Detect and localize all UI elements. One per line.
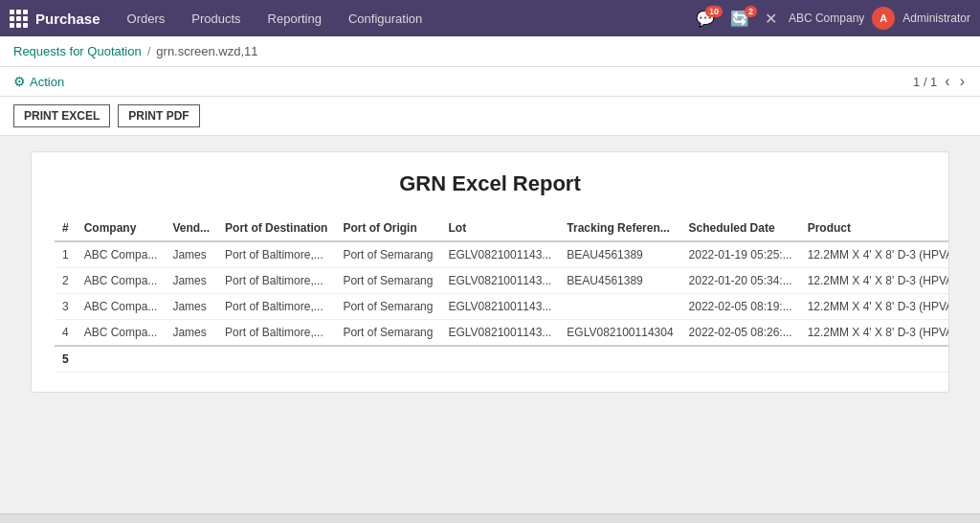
col-port-dest: Port of Destination bbox=[217, 216, 335, 241]
avatar[interactable]: A bbox=[872, 7, 895, 30]
cell-4: Port of Semarang bbox=[335, 268, 440, 294]
table-header-row: # Company Vend... Port of Destination Po… bbox=[55, 216, 949, 241]
main-content: GRN Excel Report # Company Vend... Port … bbox=[0, 136, 980, 513]
cell-4: Port of Semarang bbox=[335, 320, 440, 347]
total-cell-5 bbox=[440, 346, 559, 373]
table-row: 4ABC Compa...JamesPort of Baltimore,...P… bbox=[55, 320, 949, 347]
col-port-origin: Port of Origin bbox=[335, 216, 440, 241]
cell-3: Port of Baltimore,... bbox=[217, 268, 335, 294]
chat-icon[interactable]: 💬 10 bbox=[692, 10, 719, 28]
print-excel-button[interactable]: PRINT EXCEL bbox=[13, 104, 110, 127]
cell-0: 3 bbox=[55, 294, 77, 320]
table-row: 3ABC Compa...JamesPort of Baltimore,...P… bbox=[55, 294, 949, 320]
company-name: ABC Company bbox=[789, 11, 864, 25]
cell-7: 2022-02-05 08:26:... bbox=[681, 320, 800, 347]
col-lot: Lot bbox=[440, 216, 559, 241]
navbar-right: 💬 10 🔄 2 ✕ ABC Company A Administrator bbox=[692, 7, 970, 30]
brand[interactable]: Purchase bbox=[10, 10, 100, 28]
action-label: Action bbox=[30, 75, 64, 89]
next-page-button[interactable]: › bbox=[958, 73, 967, 90]
col-product: Product bbox=[800, 216, 949, 241]
col-scheduled-date: Scheduled Date bbox=[681, 216, 800, 241]
nav-products[interactable]: Products bbox=[180, 0, 252, 36]
total-cell-7 bbox=[681, 346, 800, 373]
report-card: GRN Excel Report # Company Vend... Port … bbox=[31, 151, 949, 393]
nav-orders[interactable]: Orders bbox=[116, 0, 177, 36]
cell-0: 4 bbox=[55, 320, 77, 347]
refresh-badge: 2 bbox=[745, 6, 757, 17]
col-tracking: Tracking Referen... bbox=[559, 216, 680, 241]
cell-2: James bbox=[165, 241, 217, 268]
pagination: 1 / 1 ‹ › bbox=[913, 73, 967, 90]
cell-5: EGLV0821001143... bbox=[440, 241, 559, 268]
cell-6 bbox=[559, 294, 680, 320]
total-row: 5Total bbox=[55, 346, 949, 373]
breadcrumb-current: grn.screen.wzd,11 bbox=[156, 44, 257, 58]
action-button[interactable]: ⚙ Action bbox=[13, 74, 64, 89]
company-label: ABC Company bbox=[789, 11, 864, 25]
nav-configuration[interactable]: Configuration bbox=[337, 0, 434, 36]
cell-7: 2022-01-20 05:34:... bbox=[681, 268, 800, 294]
cell-0: 1 bbox=[55, 241, 77, 268]
cell-1: ABC Compa... bbox=[77, 320, 166, 347]
navbar: Purchase Orders Products Reporting Confi… bbox=[0, 0, 980, 36]
chat-badge: 10 bbox=[705, 6, 723, 17]
cell-1: ABC Compa... bbox=[77, 294, 166, 320]
breadcrumb: Requests for Quotation / grn.screen.wzd,… bbox=[0, 36, 980, 67]
cell-2: James bbox=[165, 268, 217, 294]
cell-2: James bbox=[165, 320, 217, 347]
pagination-text: 1 / 1 bbox=[913, 75, 937, 89]
cell-3: Port of Baltimore,... bbox=[217, 320, 335, 347]
cell-8: 12.2MM X 4' X 8' D-3 (HPVA) CARB P2 RED … bbox=[800, 268, 949, 294]
total-cell-0: 5 bbox=[55, 346, 77, 373]
cell-3: Port of Baltimore,... bbox=[217, 294, 335, 320]
print-bar: PRINT EXCEL PRINT PDF bbox=[0, 97, 980, 136]
cell-6: EGLV082100114304 bbox=[559, 320, 680, 347]
cell-8: 12.2MM X 4' X 8' D-3 (HPVA) CARB P2 RED … bbox=[800, 241, 949, 268]
total-cell-6 bbox=[559, 346, 680, 373]
cell-2: James bbox=[165, 294, 217, 320]
cell-1: ABC Compa... bbox=[77, 268, 166, 294]
cell-6: BEAU4561389 bbox=[559, 241, 680, 268]
cell-7: 2022-02-05 08:19:... bbox=[681, 294, 800, 320]
col-num: # bbox=[55, 216, 77, 241]
report-title: GRN Excel Report bbox=[55, 171, 925, 196]
total-cell-2 bbox=[165, 346, 217, 373]
cell-3: Port of Baltimore,... bbox=[217, 241, 335, 268]
cell-8: 12.2MM X 4' X 8' D-3 (HPVA) CARB P2 RED … bbox=[800, 294, 949, 320]
report-table: # Company Vend... Port of Destination Po… bbox=[55, 216, 949, 373]
cell-7: 2022-01-19 05:25:... bbox=[681, 241, 800, 268]
admin-name: Administrator bbox=[902, 11, 970, 25]
prev-page-button[interactable]: ‹ bbox=[943, 73, 951, 90]
print-pdf-button[interactable]: PRINT PDF bbox=[118, 104, 199, 127]
col-company: Company bbox=[77, 216, 166, 241]
total-cell-8 bbox=[800, 346, 949, 373]
breadcrumb-separator: / bbox=[147, 44, 151, 58]
cell-0: 2 bbox=[55, 268, 77, 294]
gear-icon: ⚙ bbox=[13, 74, 26, 89]
action-bar: ⚙ Action 1 / 1 ‹ › bbox=[0, 67, 980, 97]
nav-reporting[interactable]: Reporting bbox=[256, 0, 333, 36]
total-cell-4 bbox=[335, 346, 440, 373]
cell-4: Port of Semarang bbox=[335, 294, 440, 320]
cell-5: EGLV0821001143... bbox=[440, 268, 559, 294]
cell-6: BEAU4561389 bbox=[559, 268, 680, 294]
total-cell-3 bbox=[217, 346, 335, 373]
cell-4: Port of Semarang bbox=[335, 241, 440, 268]
breadcrumb-link[interactable]: Requests for Quotation bbox=[13, 44, 142, 58]
cell-5: EGLV0821001143... bbox=[440, 320, 559, 347]
refresh-icon[interactable]: 🔄 2 bbox=[726, 10, 753, 28]
col-vendor: Vend... bbox=[165, 216, 217, 241]
cell-5: EGLV0821001143... bbox=[440, 294, 559, 320]
cell-1: ABC Compa... bbox=[77, 241, 166, 268]
total-cell-1 bbox=[77, 346, 166, 373]
cell-8: 12.2MM X 4' X 8' D-3 (HPVA) CARB P2 RED … bbox=[800, 320, 949, 347]
brand-label: Purchase bbox=[35, 11, 100, 27]
table-row: 1ABC Compa...JamesPort of Baltimore,...P… bbox=[55, 241, 949, 268]
table-row: 2ABC Compa...JamesPort of Baltimore,...P… bbox=[55, 268, 949, 294]
close-icon[interactable]: ✕ bbox=[761, 10, 781, 28]
grid-icon bbox=[10, 10, 28, 28]
